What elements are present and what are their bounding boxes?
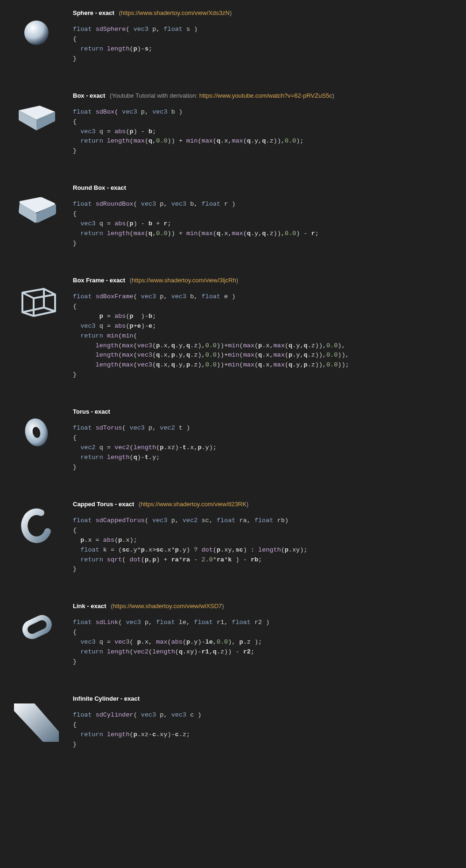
entry-torus: Torus - exact float sdTorus( vec3 p, vec… <box>14 408 452 473</box>
code-block: float sdTorus( vec3 p, vec2 t ) { vec2 q… <box>73 423 452 473</box>
code-block: float sdBox( vec3 p, vec3 b ) { vec3 q =… <box>73 108 452 157</box>
entry-body: Capped Torus - exact (https://www.shader… <box>73 501 452 575</box>
entry-link[interactable]: https://www.shadertoy.com/view/Xds3zN <box>121 9 230 16</box>
entry-note: (https://www.shadertoy.com/view/wlXSD7) <box>111 603 224 610</box>
note-suffix: ) <box>236 277 238 284</box>
entry-link[interactable]: https://www.shadertoy.com/view/tl23RK <box>141 501 247 508</box>
thumb-box-icon <box>14 94 59 139</box>
svg-line-10 <box>34 311 55 316</box>
svg-line-6 <box>22 293 34 298</box>
title-line: Round Box - exact <box>73 184 452 191</box>
entry-note: (https://www.shadertoy.com/view/Xds3zN) <box>119 9 232 16</box>
entry-title: Box - exact <box>73 92 105 99</box>
thumb-boxframe-icon <box>14 279 59 323</box>
title-line: Sphere - exact (https://www.shadertoy.co… <box>73 9 452 16</box>
note-prefix: (Youtube Tutorial with derivation: <box>110 92 199 99</box>
title-line: Link - exact (https://www.shadertoy.com/… <box>73 603 452 610</box>
entry-title: Link - exact <box>73 603 106 610</box>
entry-title: Capped Torus - exact <box>73 501 134 508</box>
entry-note: (Youtube Tutorial with derivation: https… <box>110 92 334 99</box>
entry-body: Box Frame - exact (https://www.shadertoy… <box>73 277 452 380</box>
entry-body: Round Box - exact float sdRoundBox( vec3… <box>73 184 452 249</box>
entry-note: (https://www.shadertoy.com/view/tl23RK) <box>139 501 248 508</box>
entry-sphere: Sphere - exact (https://www.shadertoy.co… <box>14 9 452 64</box>
entry-link: Link - exact (https://www.shadertoy.com/… <box>14 603 452 667</box>
code-block: float sdRoundBox( vec3 p, vec3 b, float … <box>73 200 452 249</box>
svg-marker-5 <box>44 289 55 311</box>
entry-boxframe: Box Frame - exact (https://www.shadertoy… <box>14 277 452 380</box>
entry-captorus: Capped Torus - exact (https://www.shader… <box>14 501 452 575</box>
entry-note: (https://www.shadertoy.com/view/3ljcRh) <box>130 277 238 284</box>
entry-box: Box - exact (Youtube Tutorial with deriv… <box>14 92 452 157</box>
entry-link[interactable]: https://www.shadertoy.com/view/wlXSD7 <box>113 603 222 610</box>
code-block: float sdLink( vec3 p, float le, float r1… <box>73 618 452 667</box>
title-line: Box - exact (Youtube Tutorial with deriv… <box>73 92 452 99</box>
note-suffix: ) <box>247 501 248 508</box>
thumb-captorus-icon <box>14 502 59 547</box>
svg-marker-14 <box>14 703 59 742</box>
title-line: Torus - exact <box>73 408 452 415</box>
thumb-roundbox-icon <box>14 186 59 231</box>
title-line: Infinite Cylinder - exact <box>73 695 452 702</box>
note-suffix: ) <box>222 603 224 610</box>
code-block: float sdSphere( vec3 p, float s ) { retu… <box>73 25 452 64</box>
entry-body: Box - exact (Youtube Tutorial with deriv… <box>73 92 452 157</box>
entry-title: Box Frame - exact <box>73 277 125 284</box>
entry-body: Link - exact (https://www.shadertoy.com/… <box>73 603 452 667</box>
entry-body: Sphere - exact (https://www.shadertoy.co… <box>73 9 452 64</box>
title-line: Capped Torus - exact (https://www.shader… <box>73 501 452 508</box>
entry-infcyl: Infinite Cylinder - exact float sdCylind… <box>14 695 452 750</box>
entry-title: Round Box - exact <box>73 184 126 191</box>
entry-link[interactable]: https://www.shadertoy.com/view/3ljcRh <box>132 277 236 284</box>
title-line: Box Frame - exact (https://www.shadertoy… <box>73 277 452 284</box>
note-suffix: ) <box>332 92 334 99</box>
entry-title: Sphere - exact <box>73 9 114 16</box>
code-block: float sdBoxFrame( vec3 p, vec3 b, float … <box>73 292 452 380</box>
thumb-torus-icon <box>14 410 59 455</box>
thumb-infcyl-icon <box>14 697 59 742</box>
entry-link[interactable]: https://www.youtube.com/watch?v=62-pRVZu… <box>199 92 332 99</box>
entry-body: Torus - exact float sdTorus( vec3 p, vec… <box>73 408 452 473</box>
entry-roundbox: Round Box - exact float sdRoundBox( vec3… <box>14 184 452 249</box>
entry-body: Infinite Cylinder - exact float sdCylind… <box>73 695 452 750</box>
code-block: float sdCappedTorus( vec3 p, vec2 sc, fl… <box>73 516 452 575</box>
thumb-link-icon <box>14 604 59 649</box>
note-suffix: ) <box>230 9 232 16</box>
code-block: float sdCylinder( vec3 p, vec3 c ) { ret… <box>73 710 452 750</box>
entry-title: Torus - exact <box>73 408 110 415</box>
thumb-sphere-icon <box>14 11 59 56</box>
svg-point-0 <box>24 21 49 45</box>
entry-title: Infinite Cylinder - exact <box>73 695 140 702</box>
svg-rect-13 <box>23 616 52 639</box>
svg-line-9 <box>22 312 34 316</box>
